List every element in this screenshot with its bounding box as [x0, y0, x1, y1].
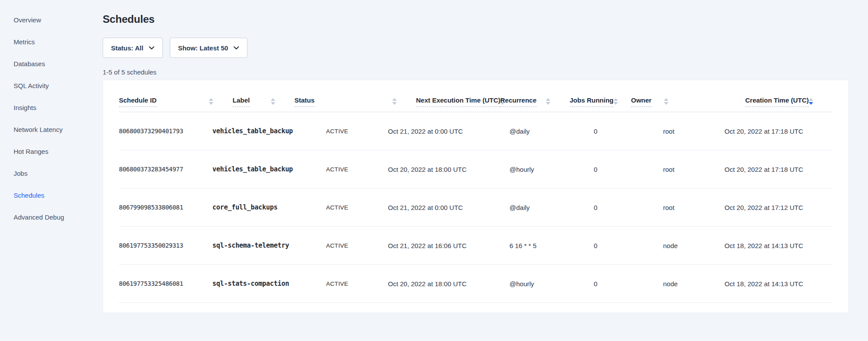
page-title: Schedules	[103, 13, 849, 25]
column-header-label: Creation Time (UTC)	[745, 96, 809, 107]
column-header-label: Status	[294, 96, 315, 107]
sidebar-item-insights[interactable]: Insights	[0, 96, 82, 118]
cell-label: sql-schema-telemetry	[212, 242, 326, 249]
sidebar-item-advanced-debug[interactable]: Advanced Debug	[0, 206, 82, 228]
cell-status: ACTIVE	[326, 281, 388, 287]
sidebar-item-network-latency[interactable]: Network Latency	[0, 118, 82, 140]
cell-recurrence: @hourly	[509, 166, 594, 173]
cell-schedule-id: 806197753325486081	[119, 280, 212, 287]
cell-recurrence: 6 16 * * 5	[509, 242, 594, 249]
table-row: 806800373283454977 vehicles_table_backup…	[119, 150, 832, 188]
sidebar: OverviewMetricsDatabasesSQL ActivityInsi…	[0, 0, 82, 341]
filter-bar: Status: All Show: Latest 50	[103, 38, 849, 58]
cell-creation-time: Oct 18, 2022 at 14:13 UTC	[725, 242, 832, 249]
cell-creation-time: Oct 20, 2022 at 17:18 UTC	[725, 166, 832, 173]
cell-next-execution-time: Oct 21, 2022 at 0:00 UTC	[388, 128, 509, 135]
sidebar-item-overview[interactable]: Overview	[0, 9, 82, 31]
cell-status: ACTIVE	[326, 166, 388, 173]
status-filter-label: Status: All	[111, 44, 143, 52]
table-row: 806197753350029313 sql-schema-telemetry …	[119, 227, 832, 265]
column-header-schedule-id[interactable]: Schedule ID	[119, 96, 233, 112]
table-header: Schedule ID Label Status Next Execution …	[119, 80, 832, 112]
column-header-next-execution-time-utc[interactable]: Next Execution Time (UTC)	[416, 96, 500, 112]
cell-recurrence: @hourly	[509, 280, 594, 288]
cell-label: vehicles_table_backup	[212, 165, 326, 173]
cell-creation-time: Oct 20, 2022 at 17:18 UTC	[725, 128, 832, 135]
chevron-down-icon	[233, 46, 239, 50]
schedules-page: OverviewMetricsDatabasesSQL ActivityInsi…	[0, 0, 868, 341]
column-header-jobs-running[interactable]: Jobs Running	[570, 96, 631, 112]
cell-owner: root	[663, 166, 725, 173]
sort-icon[interactable]	[271, 98, 275, 105]
status-filter-dropdown[interactable]: Status: All	[103, 38, 163, 58]
cell-jobs-running: 0	[594, 204, 663, 211]
cell-next-execution-time: Oct 20, 2022 at 18:00 UTC	[388, 280, 509, 288]
sidebar-item-jobs[interactable]: Jobs	[0, 162, 82, 184]
sidebar-item-sql-activity[interactable]: SQL Activity	[0, 75, 82, 96]
column-header-status[interactable]: Status	[294, 96, 416, 112]
sidebar-item-databases[interactable]: Databases	[0, 53, 82, 75]
table-body: 806800373290401793 vehicles_table_backup…	[103, 112, 848, 303]
sort-icon[interactable]	[809, 98, 813, 105]
sort-icon[interactable]	[209, 98, 213, 105]
cell-jobs-running: 0	[594, 128, 663, 135]
column-header-label[interactable]: Label	[233, 96, 294, 112]
column-header-label: Label	[233, 96, 250, 107]
cell-owner: node	[663, 242, 725, 249]
cell-jobs-running: 0	[594, 242, 663, 249]
chevron-down-icon	[149, 46, 154, 50]
cell-next-execution-time: Oct 20, 2022 at 18:00 UTC	[388, 166, 509, 173]
cell-jobs-running: 0	[594, 166, 663, 173]
cell-next-execution-time: Oct 21, 2022 at 0:00 UTC	[388, 204, 509, 211]
main-content: Schedules Status: All Show: Latest 50 1-…	[82, 0, 868, 341]
show-filter-dropdown[interactable]: Show: Latest 50	[170, 38, 247, 58]
column-header-creation-time-utc[interactable]: Creation Time (UTC)	[745, 96, 832, 112]
cell-owner: node	[663, 280, 725, 288]
column-header-label: Jobs Running	[570, 96, 613, 107]
column-header-label: Recurrence	[500, 96, 537, 107]
column-header-owner[interactable]: Owner	[631, 96, 745, 112]
column-header-label: Schedule ID	[119, 96, 157, 107]
cell-creation-time: Oct 20, 2022 at 17:12 UTC	[725, 204, 832, 211]
cell-schedule-id: 806197753350029313	[119, 242, 212, 249]
cell-next-execution-time: Oct 21, 2022 at 16:06 UTC	[388, 242, 509, 249]
sort-icon[interactable]	[613, 98, 618, 105]
table-row: 806800373290401793 vehicles_table_backup…	[119, 112, 832, 150]
cell-schedule-id: 806800373283454977	[119, 166, 212, 173]
cell-creation-time: Oct 18, 2022 at 14:13 UTC	[725, 280, 832, 288]
column-header-label: Next Execution Time (UTC)	[416, 96, 500, 107]
table-row: 806799098533806081 core_full_backups ACT…	[119, 188, 832, 227]
cell-status: ACTIVE	[326, 204, 388, 211]
cell-status: ACTIVE	[326, 242, 388, 249]
sort-icon[interactable]	[392, 98, 397, 105]
schedules-table: Schedule ID Label Status Next Execution …	[103, 80, 849, 313]
cell-status: ACTIVE	[326, 128, 388, 135]
cell-recurrence: @daily	[509, 204, 594, 211]
cell-label: core_full_backups	[212, 203, 326, 211]
cell-owner: root	[663, 204, 725, 211]
cell-jobs-running: 0	[594, 280, 663, 288]
cell-schedule-id: 806799098533806081	[119, 204, 212, 211]
cell-recurrence: @daily	[509, 128, 594, 135]
sidebar-item-metrics[interactable]: Metrics	[0, 31, 82, 53]
cell-label: sql-stats-compaction	[212, 280, 326, 288]
cell-schedule-id: 806800373290401793	[119, 128, 212, 135]
sort-icon[interactable]	[664, 98, 668, 105]
sort-icon[interactable]	[546, 98, 550, 105]
sidebar-item-schedules[interactable]: Schedules	[0, 184, 82, 206]
sidebar-item-hot-ranges[interactable]: Hot Ranges	[0, 140, 82, 162]
table-row: 806197753325486081 sql-stats-compaction …	[119, 265, 832, 303]
show-filter-label: Show: Latest 50	[178, 44, 228, 52]
column-header-recurrence[interactable]: Recurrence	[500, 96, 570, 112]
cell-owner: root	[663, 128, 725, 135]
cell-label: vehicles_table_backup	[212, 127, 326, 135]
results-count: 1-5 of 5 schedules	[103, 68, 849, 76]
column-header-label: Owner	[631, 96, 652, 107]
